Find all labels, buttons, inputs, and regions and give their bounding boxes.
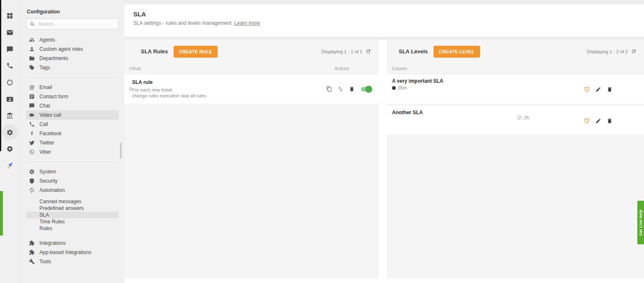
- sidebar-item-chat[interactable]: Chat: [26, 101, 119, 110]
- sidebar-subitem-canned-messages[interactable]: Canned messages: [26, 198, 119, 205]
- rule-actions: [326, 86, 379, 92]
- sidebar-item-label: Contact form: [39, 94, 68, 100]
- level-actions: [584, 86, 613, 92]
- sidebar-item-twitter[interactable]: Twitter: [26, 138, 119, 147]
- sidebar-item-call[interactable]: Call: [26, 120, 119, 129]
- rule-desc-line2: change rules execution skip all rules: [132, 93, 326, 99]
- alarm-icon[interactable]: [584, 86, 590, 92]
- rules-pagination: Displaying 1 - 1 of 1: [322, 49, 371, 54]
- sidebar-item-label: Automation: [39, 187, 65, 193]
- rail-phone-button[interactable]: [0, 58, 19, 73]
- sidebar-subitem-sla[interactable]: SLA: [26, 212, 119, 218]
- configuration-sidebar: Configuration Agents Custom agent roles …: [20, 0, 124, 283]
- sidebar-item-facebook[interactable]: f Facebook: [26, 129, 119, 138]
- viber-icon: [29, 149, 35, 155]
- reorder-arrows-icon[interactable]: [338, 86, 343, 92]
- sidebar-item-tags[interactable]: Tags: [26, 63, 119, 72]
- rail-rocket-button[interactable]: [0, 158, 19, 173]
- rules-table-header: # Rule Actions: [124, 63, 379, 74]
- sla-levels-title: SLA Levels: [399, 48, 428, 55]
- level-time-value: 35m: [398, 85, 407, 90]
- sidebar-item-viber[interactable]: Viber: [26, 147, 119, 157]
- sidebar-divider: [27, 77, 118, 78]
- live-help-tab[interactable]: Get Live Help: [637, 201, 644, 244]
- sidebar-subitem-label: SLA: [39, 212, 49, 218]
- rail-chat-button[interactable]: [0, 42, 19, 57]
- sidebar-item-label: Custom agent roles: [39, 46, 83, 52]
- sidebar-subitem-rules[interactable]: Rules: [26, 225, 119, 232]
- column-header-name: Column: [387, 66, 407, 71]
- copy-icon[interactable]: [326, 86, 332, 92]
- sidebar-item-label: Email: [39, 84, 52, 90]
- level-row[interactable]: A very important SLA 35m: [387, 74, 644, 104]
- sidebar-scrollbar[interactable]: [120, 143, 122, 159]
- live-help-tab-left[interactable]: [0, 191, 3, 236]
- rail-settings-button[interactable]: [2, 124, 18, 140]
- phone-icon: [29, 121, 35, 127]
- sidebar-item-system[interactable]: System: [26, 167, 119, 176]
- sidebar-item-automation[interactable]: Automation: [26, 186, 119, 195]
- sidebar-subitem-label: Predefined answers: [39, 205, 84, 211]
- sidebar-item-label: Departments: [39, 55, 68, 61]
- agents-icon: [29, 37, 35, 43]
- sidebar-item-app-based-integrations[interactable]: App-based Integrations: [26, 248, 119, 257]
- sidebar-item-email[interactable]: @ Email: [26, 83, 119, 92]
- chat-icon: [29, 103, 35, 109]
- person-icon: [29, 46, 35, 52]
- sla-levels-panel-header: SLA Levels CREATE LEVEL Displaying 1 - 2…: [387, 40, 644, 63]
- sidebar-item-security[interactable]: Security: [26, 176, 119, 186]
- refresh-icon[interactable]: [366, 49, 371, 54]
- column-header-rule: Rule: [132, 66, 335, 71]
- trash-icon[interactable]: [607, 118, 613, 124]
- search-input[interactable]: [38, 21, 115, 27]
- clock-icon: [6, 79, 13, 86]
- sidebar-item-integrations[interactable]: Integrations: [26, 238, 119, 248]
- level-row[interactable]: Another SLA 2h: [387, 106, 644, 135]
- create-rule-button[interactable]: CREATE RULE: [174, 46, 218, 58]
- sidebar-item-contact-form[interactable]: Contact form: [26, 92, 119, 101]
- search-icon: [30, 21, 35, 27]
- content-area: SLA Rules CREATE RULE Displaying 1 - 1 o…: [124, 40, 644, 283]
- sidebar-item-label: Twitter: [39, 140, 54, 146]
- levels-pagination: Displaying 1 - 2 of 2: [587, 49, 636, 54]
- sidebar-item-departments[interactable]: Departments: [26, 54, 119, 63]
- sidebar-item-label: Facebook: [39, 131, 62, 136]
- sidebar-subitem-predefined-answers[interactable]: Predefined answers: [26, 205, 119, 212]
- rail-badge-button[interactable]: [0, 141, 19, 156]
- rail-mail-button[interactable]: [0, 25, 19, 40]
- star-badge-icon: [6, 145, 13, 152]
- column-header-actions: Actions: [335, 66, 379, 71]
- wrench-icon: [29, 259, 35, 265]
- page-title: SLA: [133, 10, 644, 18]
- refresh-icon[interactable]: [631, 49, 636, 54]
- levels-table-header: Column: [387, 63, 644, 74]
- rule-enabled-toggle[interactable]: [361, 87, 371, 92]
- phone-icon: [6, 62, 13, 69]
- sidebar-item-video-call[interactable]: Video call: [26, 110, 119, 120]
- trash-icon[interactable]: [349, 86, 355, 92]
- sidebar-item-custom-agent-roles[interactable]: Custom agent roles: [26, 45, 119, 54]
- form-icon: [29, 94, 35, 100]
- sidebar-nav: Agents Custom agent roles Departments Ta…: [26, 35, 119, 266]
- rail-bank-button[interactable]: [0, 108, 19, 123]
- rule-row[interactable]: 0 SLA rule For each new ticket change ru…: [124, 74, 379, 104]
- alarm-icon[interactable]: [584, 118, 590, 124]
- sidebar-item-label: Video call: [39, 112, 61, 118]
- learn-more-link[interactable]: Learn more: [234, 20, 260, 26]
- rail-dashboard-button[interactable]: [0, 8, 19, 23]
- level-time: 2h: [517, 115, 529, 120]
- sidebar-search[interactable]: [26, 18, 119, 29]
- gear-icon: [6, 129, 13, 136]
- rail-contacts-button[interactable]: [0, 92, 19, 107]
- sidebar-item-agents[interactable]: Agents: [26, 35, 119, 45]
- create-level-button[interactable]: CREATE LEVEL: [434, 46, 480, 58]
- check-circle-icon: [517, 115, 522, 120]
- sidebar-subitem-time-rules[interactable]: Time Rules: [26, 218, 119, 225]
- rail-clock-button[interactable]: [0, 75, 19, 90]
- sidebar-item-tools[interactable]: Tools: [26, 257, 119, 266]
- edit-icon[interactable]: [595, 118, 601, 124]
- edit-icon[interactable]: [595, 86, 601, 92]
- dashboard-icon: [6, 12, 13, 19]
- sidebar-item-label: Security: [39, 178, 57, 184]
- trash-icon[interactable]: [607, 86, 613, 92]
